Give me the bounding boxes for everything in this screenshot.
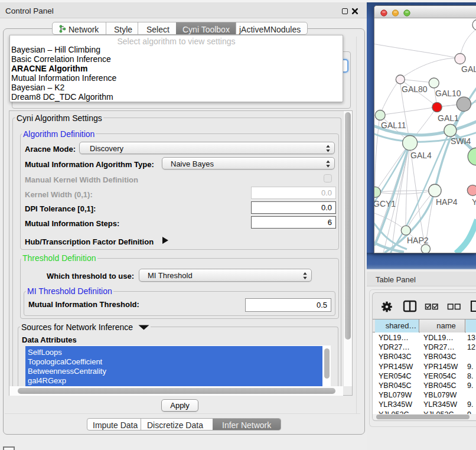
svg-text:SWI4: SWI4 bbox=[451, 136, 471, 146]
svg-text:GAL10: GAL10 bbox=[435, 89, 461, 98]
svg-text:Y: Y bbox=[472, 197, 476, 207]
svg-text:GAL1: GAL1 bbox=[438, 113, 459, 123]
svg-text:GAL4: GAL4 bbox=[410, 151, 432, 160]
svg-text:GAL80: GAL80 bbox=[402, 84, 428, 94]
svg-text:GAL11: GAL11 bbox=[381, 120, 406, 130]
svg-text:GCY1: GCY1 bbox=[374, 199, 396, 208]
svg-text:HAP4: HAP4 bbox=[436, 197, 458, 207]
svg-text:GAL: GAL bbox=[461, 64, 476, 74]
svg-text:HAP2: HAP2 bbox=[407, 236, 429, 245]
